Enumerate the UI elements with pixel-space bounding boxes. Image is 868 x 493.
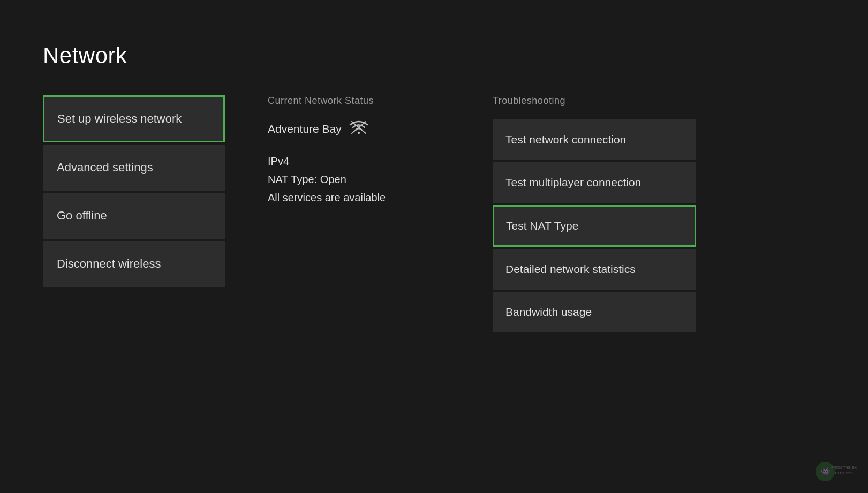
middle-column: Current Network Status Adventure Bay xyxy=(268,95,450,461)
svg-text:FROM THE EX: FROM THE EX xyxy=(831,466,857,469)
troubleshoot-item-test-nat[interactable]: Test NAT Type xyxy=(493,205,696,247)
left-column: Set up wireless network Advanced setting… xyxy=(43,95,225,461)
troubleshooting-label: Troubleshooting xyxy=(493,95,825,107)
wifi-icon xyxy=(349,119,368,138)
svg-text:👾: 👾 xyxy=(821,467,831,476)
troubleshoot-item-bandwidth-usage[interactable]: Bandwidth usage xyxy=(493,292,696,332)
ipv4-section: IPv4 NAT Type: Open All services are ava… xyxy=(268,153,450,206)
content-area: Set up wireless network Advanced setting… xyxy=(43,95,825,461)
page-container: Network Set up wireless network Advanced… xyxy=(0,0,868,493)
right-column: Troubleshooting Test network connection … xyxy=(493,95,825,461)
page-title: Network xyxy=(43,43,825,69)
network-name: Adventure Bay xyxy=(268,123,342,135)
menu-item-advanced-settings[interactable]: Advanced settings xyxy=(43,145,225,191)
troubleshoot-list: Test network connection Test multiplayer… xyxy=(493,119,696,332)
troubleshoot-item-test-multiplayer[interactable]: Test multiplayer connection xyxy=(493,162,696,203)
services-status: All services are available xyxy=(268,189,450,206)
menu-item-setup-wireless[interactable]: Set up wireless network xyxy=(43,95,225,142)
menu-item-go-offline[interactable]: Go offline xyxy=(43,193,225,239)
watermark: 👾 FROM THE EX PERT.com xyxy=(814,458,863,488)
network-name-row: Adventure Bay xyxy=(268,119,450,138)
network-info: Adventure Bay xyxy=(268,119,450,206)
network-status-label: Current Network Status xyxy=(268,95,450,107)
troubleshoot-item-test-connection[interactable]: Test network connection xyxy=(493,119,696,160)
svg-point-0 xyxy=(358,132,360,134)
menu-item-disconnect-wireless[interactable]: Disconnect wireless xyxy=(43,241,225,287)
ip-version: IPv4 xyxy=(268,153,450,169)
svg-text:PERT.com: PERT.com xyxy=(835,471,853,475)
nat-type: NAT Type: Open xyxy=(268,171,450,187)
troubleshoot-item-detailed-stats[interactable]: Detailed network statistics xyxy=(493,249,696,290)
